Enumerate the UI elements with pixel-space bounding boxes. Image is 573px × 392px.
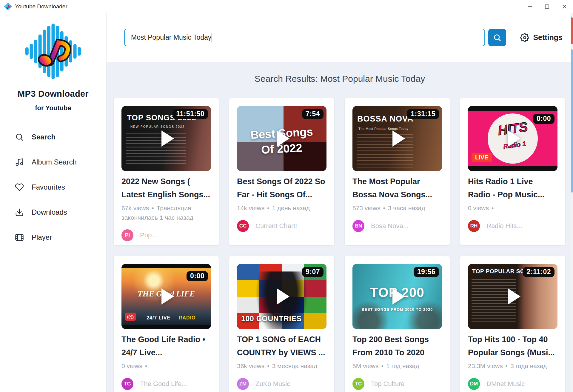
live-badge: ((•)) (125, 313, 136, 321)
view-count: 5M views (352, 362, 379, 369)
settings-label: Settings (533, 33, 563, 42)
sidebar-item-player[interactable]: Player (15, 231, 52, 244)
channel-row: BN Bosa Nova... (352, 220, 442, 232)
scrollbar-thumb[interactable] (571, 49, 573, 193)
video-meta: 573 views•3 часа назад (352, 203, 442, 213)
search-icon (15, 133, 24, 142)
channel-row: TC Top Culture (352, 378, 442, 390)
gear-icon (520, 33, 529, 42)
download-icon (15, 208, 24, 217)
meta-separator: • (383, 205, 385, 211)
play-icon[interactable] (161, 288, 174, 305)
live-badge: LIVE (472, 153, 492, 162)
video-card[interactable]: HITS Radio 1 0:00 LIVE Hits Radio 1 Live… (460, 98, 565, 245)
video-thumbnail[interactable]: THE Good LIFE 24/7 LIVE RADIO 0:00 ((•)) (121, 264, 211, 329)
video-title[interactable]: The Good Life Radio • 24/7 Live... (121, 333, 211, 359)
results-grid: TOP SONGS 2022 NEW POPULAR SONGS 2022 11… (114, 98, 573, 392)
view-count: 0 views (468, 205, 489, 211)
minimize-icon (527, 4, 533, 10)
channel-name: Top Culture (371, 380, 405, 388)
scrollbar[interactable] (571, 13, 573, 392)
scrollbar-thumb-top[interactable] (571, 17, 573, 44)
sidebar-item-album-search[interactable]: Album Search (15, 156, 77, 169)
video-card[interactable]: TOP SONGS 2022 NEW POPULAR SONGS 2022 11… (114, 98, 219, 245)
window-controls (521, 0, 573, 13)
video-meta: 0 views• (121, 361, 211, 371)
app-subtitle: for Youtube (0, 104, 106, 112)
thumbnail-text-secondary: 24/7 LIVE (147, 315, 170, 321)
film-icon (15, 233, 24, 242)
play-icon[interactable] (508, 288, 520, 305)
channel-row: PI Pop... (121, 229, 211, 241)
video-title[interactable]: Top 200 Best Songs From 2010 To 2020 (352, 333, 442, 359)
maximize-button[interactable] (538, 0, 556, 13)
meta-separator: • (381, 362, 383, 369)
app-name: MP3 Downloader (0, 89, 106, 99)
play-icon[interactable] (277, 130, 289, 147)
sidebar-nav: Search Album Search Favourites Downloads… (0, 130, 106, 244)
video-card[interactable]: Best Songs Of 2022 7:54 Best Songs Of 20… (229, 98, 334, 245)
channel-row: TG The Good Life... (121, 378, 211, 390)
sidebar-item-search[interactable]: Search (15, 130, 56, 144)
sidebar: MP3 Downloader for Youtube Search Album … (0, 13, 107, 392)
channel-row: DM DMnet Music (468, 378, 557, 390)
video-title[interactable]: 2022 New Songs ( Latest English Songs... (121, 175, 211, 201)
app-logo (0, 22, 106, 82)
meta-separator: • (506, 362, 508, 369)
meta-separator: • (267, 205, 269, 211)
view-count: 23.3M views (468, 362, 503, 369)
settings-button[interactable]: Settings (520, 33, 563, 42)
duration-badge: 1:31:15 (407, 109, 439, 119)
search-icon (493, 33, 501, 42)
channel-name: Radio Hits... (486, 222, 522, 230)
search-input[interactable]: Most Popular Music Today (124, 29, 485, 46)
channel-name: Bosa Nova... (371, 222, 409, 230)
app-icon (4, 3, 12, 10)
video-title[interactable]: Best Songs Of 2022 So Far - Hit Songs Of… (237, 175, 326, 201)
sidebar-item-favourites[interactable]: Favourites (15, 181, 65, 194)
video-meta: 14k views•1 день назад (237, 203, 326, 213)
video-title[interactable]: The Most Popular Bossa Nova Songs... (352, 175, 442, 201)
video-title[interactable]: Top Hits 100 - Top 40 Popular Songs (Mus… (468, 333, 557, 359)
channel-name: DMnet Music (486, 380, 525, 388)
play-icon[interactable] (161, 130, 174, 147)
window-title: Youtube Downloader (15, 3, 67, 10)
video-thumbnail[interactable]: Best Songs Of 2022 7:54 (237, 106, 326, 171)
upload-age: 3 часа назад (388, 205, 425, 211)
video-card[interactable]: TOP POPULAR SONGS 2:11:02 Top Hits 100 -… (460, 256, 565, 392)
channel-avatar: BN (352, 220, 364, 232)
search-button[interactable] (488, 29, 506, 46)
video-title[interactable]: Hits Radio 1 Live Radio - Pop Music... (468, 175, 557, 201)
video-card[interactable]: THE Good LIFE 24/7 LIVE RADIO 0:00 ((•))… (114, 256, 219, 392)
video-thumbnail[interactable]: TOP SONGS 2022 NEW POPULAR SONGS 2022 11… (121, 106, 211, 171)
thumbnail-text-primary: 100 COUNTRIES (241, 314, 301, 323)
upload-age: 1 год назад (386, 362, 419, 369)
play-icon[interactable] (277, 288, 289, 305)
video-card[interactable]: 100 COUNTRIES 9:07 TOP 1 SONG of EACH CO… (229, 256, 334, 392)
duration-badge: 0:00 (533, 114, 554, 124)
video-thumbnail[interactable]: TOP 200 BEST SONGS FROM 2010 TO 2020 19:… (352, 264, 442, 329)
duration-badge: 9:07 (302, 267, 324, 277)
video-thumbnail[interactable]: TOP POPULAR SONGS 2:11:02 (468, 264, 557, 329)
channel-name: Pop... (140, 231, 157, 239)
sidebar-item-downloads[interactable]: Downloads (15, 206, 67, 219)
channel-avatar: CC (237, 220, 249, 232)
play-icon[interactable] (392, 288, 405, 305)
video-meta: 5M views•1 год назад (352, 361, 442, 371)
play-icon[interactable] (392, 130, 405, 147)
video-title[interactable]: TOP 1 SONG of EACH COUNTRY by VIEWS ... (237, 333, 326, 359)
video-thumbnail[interactable]: HITS Radio 1 0:00 LIVE (468, 106, 557, 171)
close-button[interactable] (556, 0, 573, 13)
equalizer-note-logo-icon (25, 22, 81, 81)
channel-row: RH Radio Hits... (468, 220, 557, 232)
play-icon[interactable] (508, 130, 520, 147)
video-card[interactable]: TOP 200 BEST SONGS FROM 2010 TO 2020 19:… (345, 256, 450, 392)
minimize-button[interactable] (521, 0, 538, 13)
video-thumbnail[interactable]: BOSSA NOVA The Most Popular Songs Today … (352, 106, 442, 171)
titlebar: Youtube Downloader (0, 0, 573, 13)
channel-name: The Good Life... (140, 380, 187, 388)
video-card[interactable]: BOSSA NOVA The Most Popular Songs Today … (345, 98, 450, 245)
channel-avatar: TG (121, 378, 133, 390)
channel-name: Current Chart! (255, 222, 297, 230)
video-thumbnail[interactable]: 100 COUNTRIES 9:07 (237, 264, 326, 329)
